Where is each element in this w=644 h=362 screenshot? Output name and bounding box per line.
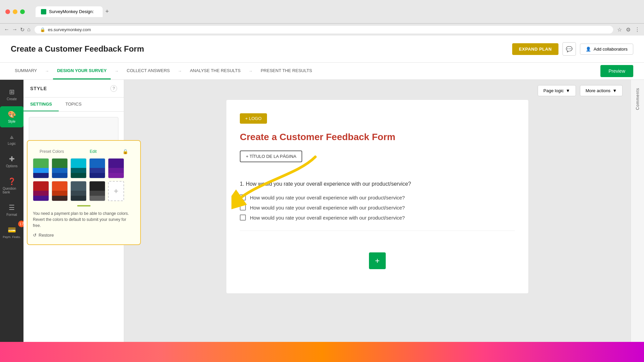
logo-button[interactable]: + LOGO bbox=[240, 113, 267, 124]
add-swatch-button[interactable]: + bbox=[108, 181, 124, 201]
add-question-button[interactable]: + bbox=[369, 252, 386, 269]
sidebar-label-style: Style bbox=[8, 120, 15, 123]
bookmark-icon[interactable]: ☆ bbox=[617, 26, 622, 33]
refresh-button[interactable]: ↻ bbox=[20, 26, 24, 33]
right-panel: Comments bbox=[631, 80, 644, 362]
sidebar-item-create[interactable]: ⊞ Create bbox=[0, 84, 23, 105]
color-swatch-9[interactable] bbox=[89, 181, 105, 201]
nav-buttons: ← → ↻ ⌂ bbox=[4, 26, 31, 33]
plus-icon: + bbox=[114, 186, 118, 196]
selected-indicator bbox=[33, 205, 135, 206]
tab-present[interactable]: PRESENT THE RESULTS bbox=[257, 63, 316, 79]
tab-title: SurveyMonkey Design: bbox=[49, 9, 94, 14]
warning-message: You need a payment plan to be able to ch… bbox=[33, 210, 135, 229]
left-panel: STYLE ? SETTINGS TOPICS Preset Colors Ed… bbox=[23, 80, 124, 362]
color-swatch-3[interactable] bbox=[70, 158, 87, 178]
color-swatch-5[interactable] bbox=[108, 158, 124, 178]
maximize-button[interactable] bbox=[20, 9, 25, 14]
person-icon: 👤 bbox=[586, 47, 591, 52]
main-content: ⊞ Create 🎨 Style ⟁ Logic ✚ Options ❓ Que… bbox=[0, 80, 644, 362]
sidebar-item-logic[interactable]: ⟁ Logic bbox=[0, 129, 23, 149]
help-icon[interactable]: ? bbox=[110, 85, 117, 92]
sidebar-item-style[interactable]: 🎨 Style bbox=[0, 106, 23, 127]
question-text-1: 1. How would you rate your overall exper… bbox=[240, 181, 515, 187]
menu-icon[interactable]: ⋮ bbox=[635, 26, 640, 33]
checkbox-3[interactable] bbox=[240, 215, 246, 221]
dropdown-icon: ▼ bbox=[566, 88, 570, 93]
close-button[interactable] bbox=[5, 9, 10, 14]
page-title-button[interactable]: + TÍTULO DE LA PÁGINA bbox=[240, 150, 302, 162]
color-swatch-2[interactable] bbox=[52, 158, 68, 178]
panel-tabs: SETTINGS TOPICS bbox=[23, 98, 124, 112]
preset-label: Preset Colors Edit 🔒 bbox=[33, 146, 135, 154]
survey-toolbar: Page logic ▼ More actions ▼ bbox=[538, 85, 623, 96]
expand-plan-button[interactable]: EXPAND PLAN bbox=[512, 43, 558, 55]
url-bar[interactable]: 🔒 es.surveymonkey.com bbox=[35, 26, 613, 34]
nav-arrow-3: → bbox=[176, 69, 183, 73]
more-actions-button[interactable]: More actions ▼ bbox=[580, 85, 623, 96]
tab-favicon bbox=[41, 9, 46, 14]
color-popup: Preset Colors Edit 🔒 bbox=[27, 140, 141, 245]
add-collaborators-button[interactable]: 👤 Add collaborators bbox=[580, 44, 633, 55]
sidebar-item-payment[interactable]: 💳 Paym. Featu. 17 bbox=[0, 222, 23, 243]
nav-tabs: SUMMARY → DESIGN YOUR SURVEY → COLLECT A… bbox=[0, 63, 644, 80]
tab-design[interactable]: DESIGN YOUR SURVEY bbox=[53, 63, 111, 79]
color-swatch-7[interactable] bbox=[52, 181, 68, 201]
active-tab[interactable]: SurveyMonkey Design: bbox=[36, 6, 103, 17]
checkbox-option-2: How would you rate your overall experien… bbox=[240, 202, 515, 213]
sidebar-item-options[interactable]: ✚ Options bbox=[0, 151, 23, 172]
checkbox-option-1: How would you rate your overall experien… bbox=[240, 192, 515, 202]
sidebar-item-format[interactable]: ☰ Format bbox=[0, 199, 23, 221]
back-button[interactable]: ← bbox=[4, 26, 9, 33]
question-bank-icon: ❓ bbox=[8, 177, 16, 185]
question-block-1: 1. How would you rate your overall exper… bbox=[240, 173, 515, 231]
tab-settings[interactable]: SETTINGS bbox=[23, 98, 59, 111]
tab-analyse[interactable]: ANALYSE THE RESULTS bbox=[186, 63, 245, 79]
preview-button[interactable]: Preview bbox=[600, 65, 633, 77]
comment-button[interactable]: 💬 bbox=[562, 42, 576, 56]
option-label-3: How would you rate your overall experien… bbox=[250, 215, 405, 221]
logic-icon: ⟁ bbox=[10, 133, 14, 140]
checkbox-2[interactable] bbox=[240, 204, 246, 210]
survey-area: Page logic ▼ More actions ▼ + LOGO Creat… bbox=[124, 80, 631, 362]
comments-tab[interactable]: Comments bbox=[633, 82, 643, 115]
theme-preview bbox=[29, 117, 118, 144]
tab-summary[interactable]: SUMMARY bbox=[11, 63, 41, 79]
color-swatch-4[interactable] bbox=[89, 158, 105, 178]
sidebar-label-options: Options bbox=[6, 164, 17, 168]
settings-icon[interactable]: ⚙ bbox=[626, 26, 631, 33]
survey-title: Create a Customer Feedback Form bbox=[240, 132, 515, 142]
page-title: Create a Customer Feedback Form bbox=[11, 44, 144, 54]
swatch-row-1 bbox=[33, 158, 135, 178]
restore-button[interactable]: ↺ Restore bbox=[33, 231, 135, 239]
forward-button[interactable]: → bbox=[12, 26, 17, 33]
sidebar-label-question-bank: Question bank bbox=[3, 187, 21, 194]
create-icon: ⊞ bbox=[9, 88, 15, 96]
home-button[interactable]: ⌂ bbox=[27, 26, 31, 33]
checkbox-option-3: How would you rate your overall experien… bbox=[240, 213, 515, 223]
format-icon: ☰ bbox=[9, 203, 15, 212]
browser-chrome: SurveyMonkey Design: + bbox=[0, 0, 644, 23]
nav-arrow-4: → bbox=[247, 69, 254, 73]
edit-link[interactable]: Edit bbox=[90, 149, 97, 154]
tab-topics[interactable]: TOPICS bbox=[59, 98, 88, 111]
sidebar-item-question-bank[interactable]: ❓ Question bank bbox=[0, 173, 23, 198]
tab-collect[interactable]: COLLECT ANSWERS bbox=[123, 63, 174, 79]
option-label-1: How would you rate your overall experien… bbox=[250, 195, 405, 200]
color-swatch-1[interactable] bbox=[33, 158, 49, 178]
sidebar-label-format: Format bbox=[6, 213, 17, 217]
app: Create a Customer Feedback Form EXPAND P… bbox=[0, 36, 644, 362]
color-swatch-6[interactable] bbox=[33, 181, 49, 201]
new-tab-button[interactable]: + bbox=[103, 5, 112, 18]
sidebar-label-payment: Paym. Featu. bbox=[3, 235, 21, 239]
sidebar-label-logic: Logic bbox=[8, 142, 16, 145]
minimize-button[interactable] bbox=[13, 9, 17, 14]
sidebar-icons: ⊞ Create 🎨 Style ⟁ Logic ✚ Options ❓ Que… bbox=[0, 80, 23, 362]
options-icon: ✚ bbox=[9, 155, 15, 163]
tab-bar: SurveyMonkey Design: + bbox=[36, 5, 633, 18]
checkbox-1[interactable] bbox=[240, 194, 246, 200]
lock-preset-icon: 🔒 bbox=[122, 149, 128, 154]
url-text: es.surveymonkey.com bbox=[48, 27, 91, 32]
color-swatch-8[interactable] bbox=[70, 181, 87, 201]
page-logic-button[interactable]: Page logic ▼ bbox=[538, 85, 576, 96]
